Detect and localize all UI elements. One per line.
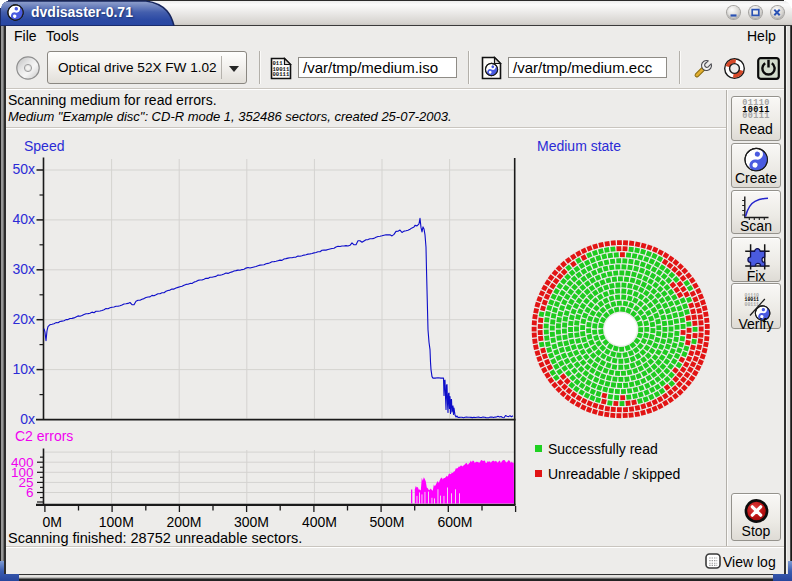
svg-text:100M: 100M [99,514,134,530]
svg-text:300M: 300M [234,514,269,530]
svg-text:0x: 0x [20,411,35,427]
svg-text:50x: 50x [12,161,35,177]
svg-text:400M: 400M [302,514,337,530]
svg-text:20x: 20x [12,311,35,327]
svg-text:30x: 30x [12,261,35,277]
svg-text:10x: 10x [12,361,35,377]
svg-text:40x: 40x [12,211,35,227]
svg-text:600M: 600M [437,514,472,530]
svg-text:500M: 500M [369,514,404,530]
svg-text:0M: 0M [43,514,62,530]
svg-text:6: 6 [26,485,34,500]
svg-text:200M: 200M [166,514,201,530]
